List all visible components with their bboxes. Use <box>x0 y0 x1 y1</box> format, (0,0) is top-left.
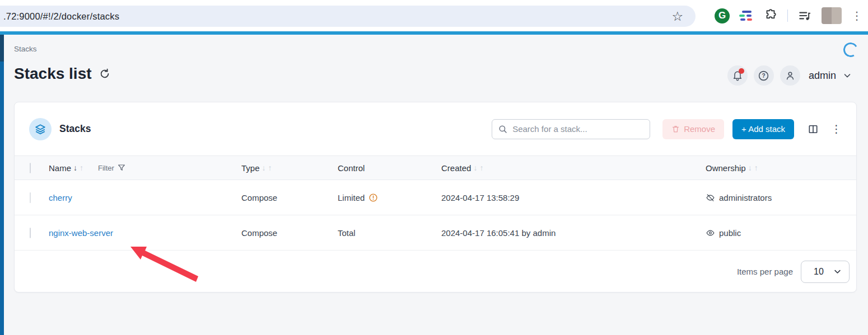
profile-avatar[interactable] <box>822 7 842 24</box>
items-per-page-value: 10 <box>814 267 824 277</box>
columns-toggle-icon[interactable] <box>808 124 819 135</box>
user-menu-button[interactable] <box>780 65 800 86</box>
row-checkbox[interactable] <box>30 192 31 203</box>
stack-ownership: administrators <box>719 193 772 202</box>
stack-control: Limited <box>338 193 365 202</box>
stack-ownership: public <box>719 228 741 238</box>
sort-icon[interactable]: ↑ <box>754 163 758 172</box>
table-row: nginx-web-server Compose Total 2024-04-1… <box>15 215 856 251</box>
media-controls-icon[interactable] <box>797 8 812 23</box>
sort-icon[interactable]: ↓ <box>748 163 752 172</box>
refresh-icon[interactable] <box>99 68 111 80</box>
table-menu-icon[interactable]: ⋮ <box>831 122 842 135</box>
stack-link[interactable]: nginx-web-server <box>49 228 113 238</box>
col-ownership[interactable]: Ownership <box>706 163 746 173</box>
stacks-icon-circle <box>29 118 52 140</box>
grammarly-extension-icon[interactable]: G <box>715 8 730 23</box>
stack-link[interactable]: cherry <box>49 193 72 202</box>
col-control: Control <box>338 163 365 173</box>
stack-type: Compose <box>241 228 277 238</box>
search-icon <box>498 124 508 134</box>
address-bar[interactable]: .72:9000/#!/2/docker/stacks ☆ <box>0 6 696 27</box>
stacks-panel: Stacks Remove + Add stack ⋮ <box>14 102 857 292</box>
sidebar-edge <box>0 35 4 335</box>
trash-icon <box>671 125 680 133</box>
eye-icon <box>706 228 715 238</box>
panel-title: Stacks <box>59 123 91 135</box>
funnel-icon <box>117 163 126 172</box>
select-all-checkbox[interactable] <box>30 163 31 173</box>
items-per-page-label: Items per page <box>737 267 793 276</box>
items-per-page-select[interactable]: 10 <box>801 261 850 283</box>
stack-type: Compose <box>241 193 277 202</box>
stack-created: 2024-04-17 13:58:29 <box>441 193 519 202</box>
username[interactable]: admin <box>809 70 836 82</box>
chevron-down-icon[interactable] <box>842 70 852 81</box>
table-row: cherry Compose Limited 2024-04-17 13:58:… <box>15 180 856 215</box>
browser-menu-icon[interactable]: ⋮ <box>851 10 862 21</box>
bookmark-star-icon[interactable]: ☆ <box>671 8 683 25</box>
warning-icon <box>368 193 378 202</box>
help-button[interactable]: ? <box>754 65 774 86</box>
table-header-row: Name ↓↑ Filter Type ↓↑ Control Created ↓… <box>15 155 856 180</box>
sort-asc-icon[interactable]: ↑ <box>80 163 83 172</box>
svg-text:?: ? <box>762 73 766 79</box>
remove-button[interactable]: Remove <box>662 119 724 139</box>
eye-off-icon <box>706 193 715 202</box>
sort-icon[interactable]: ↓ <box>262 163 266 172</box>
stack-created: 2024-04-17 16:05:41 by admin <box>441 228 556 238</box>
row-checkbox[interactable] <box>30 228 31 238</box>
col-type[interactable]: Type <box>241 163 260 173</box>
user-icon <box>785 70 796 81</box>
sort-icon[interactable]: ↑ <box>479 163 483 172</box>
add-stack-button[interactable]: + Add stack <box>732 119 794 139</box>
bars-extension-icon[interactable] <box>739 10 754 22</box>
col-created[interactable]: Created <box>441 163 471 173</box>
chrome-divider <box>787 10 788 22</box>
sort-icon[interactable]: ↓ <box>473 163 477 172</box>
stack-control: Total <box>338 228 356 238</box>
remove-button-label: Remove <box>684 124 715 134</box>
question-icon: ? <box>758 70 769 82</box>
sort-icon[interactable]: ↑ <box>268 163 272 172</box>
name-filter[interactable]: Filter <box>98 163 126 172</box>
page-title: Stacks list <box>14 65 92 83</box>
sort-desc-icon[interactable]: ↓ <box>73 163 77 172</box>
browser-chrome: .72:9000/#!/2/docker/stacks ☆ G ⋮ <box>0 0 868 31</box>
col-name[interactable]: Name <box>49 163 71 173</box>
breadcrumb[interactable]: Stacks <box>14 45 37 53</box>
notifications-button[interactable] <box>727 65 748 86</box>
url-text: .72:9000/#!/2/docker/stacks <box>3 11 119 22</box>
filter-label: Filter <box>98 164 114 172</box>
add-stack-label: + Add stack <box>741 124 785 134</box>
search-input[interactable] <box>512 124 644 134</box>
notification-dot <box>739 68 744 74</box>
layers-icon <box>34 123 46 135</box>
stack-search[interactable] <box>492 119 650 139</box>
extensions-puzzle-icon[interactable] <box>763 8 778 23</box>
select-chevron-icon <box>833 267 842 276</box>
